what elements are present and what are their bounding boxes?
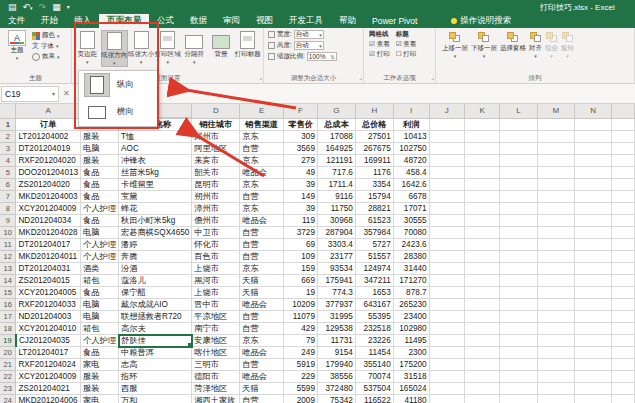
cell-C8[interactable]: 蜂花 (119, 203, 192, 215)
cell-J23[interactable] (429, 383, 464, 395)
cell-K20[interactable] (464, 347, 499, 359)
cell-L13[interactable] (500, 263, 537, 275)
cell-E8[interactable]: 京东 (240, 203, 284, 215)
scale-field[interactable]: 缩放比例:100%⇅ (268, 52, 337, 61)
cell-E19[interactable]: 京东 (240, 335, 284, 347)
cell-E21[interactable]: 自营 (240, 359, 284, 371)
cell-D15[interactable]: 上饶市 (192, 287, 240, 299)
cell-B21[interactable]: 家电 (81, 359, 119, 371)
row-header-9[interactable]: 9 (0, 215, 16, 227)
cell-H15[interactable]: 1653 (355, 287, 393, 299)
cell-A2[interactable]: LT201204002 (16, 131, 81, 143)
header-cell[interactable]: 订单 (16, 118, 81, 131)
cell-B17[interactable]: 电脑 (81, 311, 119, 323)
cell-I5[interactable]: 458.4 (393, 167, 429, 179)
cell-A7[interactable]: MKD201204003 (16, 191, 81, 203)
cell-D22[interactable]: 德阳市 (192, 371, 240, 383)
cell-C16[interactable]: 戴尔成就AIO (119, 299, 192, 311)
cell-E4[interactable]: 京东 (240, 155, 284, 167)
cell-A22[interactable]: XCY201204009 (16, 371, 81, 383)
cell-C3[interactable]: AOC (119, 143, 192, 155)
header-cell[interactable]: 销往城市 (192, 118, 240, 131)
row-header-24[interactable]: 24 (0, 395, 16, 403)
cell-M22[interactable] (537, 371, 574, 383)
cell-I12[interactable]: 28380 (393, 251, 429, 263)
cell-J13[interactable] (429, 263, 464, 275)
headings-view-checkbox[interactable]: ☑ 查看 (396, 40, 417, 49)
cell-M16[interactable] (537, 299, 574, 311)
cell-D12[interactable]: 百色市 (192, 251, 240, 263)
cell-M24[interactable] (537, 395, 574, 403)
cell-K3[interactable] (464, 143, 499, 155)
row-header-5[interactable]: 5 (0, 167, 16, 179)
tab-开发工具[interactable]: 开发工具 (281, 14, 331, 28)
row-header-1[interactable]: 1 (0, 118, 16, 131)
cell-G13[interactable]: 93534 (317, 263, 355, 275)
cell-E9[interactable]: 唯品会 (240, 215, 284, 227)
cell-I4[interactable]: 48720 (393, 155, 429, 167)
column-header-F[interactable]: F (284, 104, 318, 118)
cell-E13[interactable]: 京东 (240, 263, 284, 275)
header-cell[interactable] (464, 118, 499, 131)
cell-M10[interactable] (537, 227, 574, 239)
cell-D2[interactable]: 郑州市 (192, 131, 240, 143)
header-cell[interactable] (575, 118, 612, 131)
cell-G3[interactable]: 164925 (317, 143, 355, 155)
cell-A14[interactable]: ZS201204015 (16, 275, 81, 287)
cell-E16[interactable]: 唯品会 (240, 299, 284, 311)
tab-视图[interactable]: 视图 (248, 14, 281, 28)
cell-A6[interactable]: ZS201204020 (16, 179, 81, 191)
cell-N14[interactable] (575, 275, 612, 287)
print-area-button[interactable]: 打印区域▾ (154, 30, 181, 65)
cell-E7[interactable]: 自营 (240, 191, 284, 203)
name-box[interactable]: C19▾ (1, 86, 59, 102)
cell-A19[interactable]: CJ201204035 (16, 335, 81, 347)
cell-I16[interactable]: 265230 (393, 299, 429, 311)
cell-E5[interactable]: 唯品会 (240, 167, 284, 179)
cell-E22[interactable]: 唯品会 (240, 371, 284, 383)
cell-A12[interactable]: MKD201204011 (16, 251, 81, 263)
breaks-button[interactable]: 分隔符▾ (181, 30, 208, 65)
cell-J4[interactable] (429, 155, 464, 167)
cell-F16[interactable]: 10209 (284, 299, 318, 311)
row-header-6[interactable]: 6 (0, 179, 16, 191)
cell-B11[interactable]: 个人护理 (81, 239, 119, 251)
row-header-12[interactable]: 12 (0, 251, 16, 263)
height-field[interactable]: 高度:自动▾ (268, 41, 324, 50)
cell-L9[interactable] (500, 215, 537, 227)
cell-J7[interactable] (429, 191, 464, 203)
cell-K7[interactable] (464, 191, 499, 203)
cell-I8[interactable]: 17071 (393, 203, 429, 215)
selection-pane-button[interactable]: 选择窗格 (500, 30, 526, 53)
cell-D8[interactable]: 漳州市 (192, 203, 240, 215)
cell-G4[interactable]: 121191 (317, 155, 355, 167)
margins-button[interactable]: 页边距▾ (74, 30, 101, 65)
cell-G12[interactable]: 23177 (317, 251, 355, 263)
cell-K21[interactable] (464, 359, 499, 371)
cell-K15[interactable] (464, 287, 499, 299)
column-header-H[interactable]: H (355, 104, 393, 118)
cell-D23[interactable]: 菏泽地区 (192, 383, 240, 395)
cell-M17[interactable] (537, 311, 574, 323)
cell-K13[interactable] (464, 263, 499, 275)
header-cell[interactable]: 零售价 (284, 118, 318, 131)
cell-L21[interactable] (500, 359, 537, 371)
cell-M6[interactable] (537, 179, 574, 191)
cell-K12[interactable] (464, 251, 499, 263)
cell-K24[interactable] (464, 395, 499, 403)
cell-M21[interactable] (537, 359, 574, 371)
cell-F20[interactable]: 249 (284, 347, 318, 359)
row-header-16[interactable]: 16 (0, 299, 16, 311)
cell-E2[interactable]: 京东 (240, 131, 284, 143)
cell-F21[interactable]: 5919 (284, 359, 318, 371)
cell-I24[interactable]: 41180 (393, 395, 429, 403)
cell-A24[interactable]: MKD201204006 (16, 395, 81, 403)
cell-C20[interactable]: 中粮普洱 (119, 347, 192, 359)
cell-I10[interactable]: 70080 (393, 227, 429, 239)
cell-M4[interactable] (537, 155, 574, 167)
cell-J11[interactable] (429, 239, 464, 251)
cell-F11[interactable]: 69 (284, 239, 318, 251)
cell-J17[interactable] (429, 311, 464, 323)
cell-J21[interactable] (429, 359, 464, 371)
tab-公式[interactable]: 公式 (149, 14, 182, 28)
